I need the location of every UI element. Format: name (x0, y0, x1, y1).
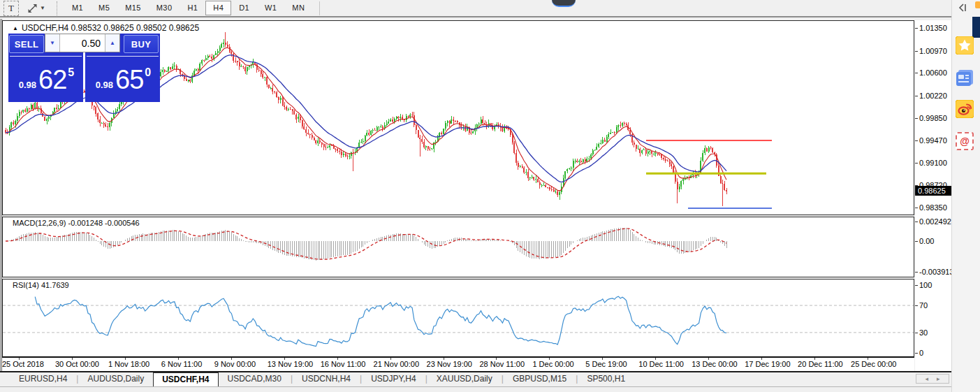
axis-tick-mark (915, 241, 918, 242)
divider (87, 56, 159, 57)
time-label: 25 Dec 00:00 (851, 360, 896, 368)
volume-spinner: ▼ ▲ (45, 34, 120, 52)
macd-tick-label: 0.002492 (919, 217, 951, 226)
macd-label: MACD(12,26,9) -0.001248 -0.000546 (13, 219, 140, 227)
at-mail-icon: @ (956, 132, 974, 150)
time-label: 1 Nov 18:00 (108, 360, 149, 368)
timeframe-button-MN[interactable]: MN (284, 1, 312, 15)
mt4-window: T ▼ M1M5M15M30H1H4D1W1MN ▲USDCHF,H4 0.98… (0, 0, 980, 392)
tab-eurusd-h4[interactable]: EURUSD,H4 (10, 372, 76, 386)
arrow-right-icon[interactable]: ▸ (937, 376, 940, 382)
axis-tick-mark (915, 285, 918, 286)
tab-usdcnh-h4[interactable]: USDCNH,H4 (293, 372, 360, 386)
browser-sidebar: @ (951, 0, 980, 392)
volume-decrease-button[interactable]: ▼ (45, 34, 60, 52)
top-toolbar: T ▼ M1M5M15M30H1H4D1W1MN (0, 0, 951, 17)
axis-tick-mark (915, 163, 918, 164)
buy-price-pip: 0 (145, 66, 151, 79)
rsi-canvas[interactable] (3, 280, 914, 356)
mail-button[interactable]: @ (956, 132, 974, 150)
time-label: 20 Dec 11:00 (798, 360, 843, 368)
one-click-trading-panel: SELL 0.98 62 5 BUY 0.98 65 0 ▼ (8, 34, 160, 102)
time-label: 23 Nov 19:00 (427, 360, 472, 368)
axis-tick-mark (915, 305, 918, 306)
arrow-objects-icon (27, 3, 38, 13)
axis-tick-mark (915, 353, 918, 354)
main-chart-panel[interactable]: ▲USDCHF,H4 0.98532 0.98625 0.98502 0.986… (2, 20, 914, 215)
sell-button[interactable]: SELL (9, 35, 44, 53)
rsi-chart[interactable] (3, 280, 914, 358)
tab-xauusd-daily[interactable]: XAUUSD,Daily (427, 372, 502, 386)
timeframe-button-M5[interactable]: M5 (91, 1, 117, 15)
buy-price: 0.98 65 0 (85, 57, 160, 102)
tab-usdcad-m30[interactable]: USDCAD,M30 (219, 372, 291, 386)
collapse-sidebar-button[interactable] (957, 3, 970, 13)
axis-tick-mark (915, 272, 918, 273)
volume-input[interactable] (60, 34, 105, 52)
tab-sp500-h1[interactable]: SP500,H1 (578, 372, 634, 386)
rsi-tick-label: 70 (919, 301, 928, 310)
price-tick-label: 1.00600 (919, 68, 947, 77)
tab-gbpusd-m15[interactable]: GBPUSD,M15 (504, 372, 576, 386)
time-label: 9 Nov 00:00 (214, 360, 256, 368)
timeframe-button-H1[interactable]: H1 (180, 1, 205, 15)
divider (10, 56, 82, 57)
price-axis[interactable]: 1.013501.009701.006001.002200.998500.994… (915, 20, 951, 371)
axis-tick-mark (915, 333, 918, 333)
time-label: 21 Nov 00:00 (374, 360, 419, 368)
text-tool-icon: T (8, 3, 14, 14)
favorites-button[interactable] (956, 36, 974, 55)
axis-tick-mark (915, 208, 918, 208)
time-label: 13 Dec 00:00 (692, 360, 737, 368)
axis-tick-mark (915, 222, 918, 222)
buy-button[interactable]: BUY (124, 35, 159, 53)
news-feed-icon (956, 68, 974, 87)
news-feed-button[interactable] (956, 68, 974, 87)
buy-price-big: 65 (115, 66, 143, 93)
time-label: 5 Dec 19:00 (585, 360, 627, 368)
timeframe-button-H4[interactable]: H4 (205, 1, 231, 15)
macd-tick-label: 0.00 (919, 237, 934, 245)
rsi-tick-label: 100 (919, 281, 932, 289)
price-tick-label: 1.00220 (919, 92, 947, 100)
weibo-button[interactable] (956, 100, 974, 118)
symbol-ohlc-label: ▲USDCHF,H4 0.98532 0.98625 0.98502 0.986… (13, 23, 199, 33)
macd-panel[interactable]: MACD(12,26,9) -0.001248 -0.000546 (2, 217, 914, 277)
axis-tick-mark (915, 96, 918, 96)
tab-audusd-daily[interactable]: AUDUSD,Daily (78, 372, 153, 386)
rsi-panel[interactable]: RSI(14) 41.7639 (2, 279, 914, 358)
macd-tick-label: -0.003913 (919, 268, 954, 276)
collapse-triangle-icon: ▲ (13, 25, 18, 31)
timeframe-button-D1[interactable]: D1 (231, 1, 257, 15)
time-axis[interactable]: 25 Oct 201830 Oct 00:001 Nov 18:006 Nov … (2, 358, 914, 371)
time-label: 1 Dec 00:00 (532, 360, 573, 368)
timeframe-button-M30[interactable]: M30 (149, 1, 180, 15)
volume-increase-button[interactable]: ▲ (105, 34, 119, 52)
time-label: 16 Nov 11:00 (321, 360, 366, 368)
weibo-eye-icon (956, 100, 974, 118)
timeframe-button-M1[interactable]: M1 (64, 1, 91, 15)
partial-icon (975, 1, 980, 8)
text-tool-button[interactable]: T (3, 1, 19, 16)
navy-edge-panel[interactable] (972, 17, 980, 38)
toolbar-grip[interactable] (57, 1, 58, 15)
time-label: 6 Nov 11:00 (161, 360, 203, 368)
axis-tick-mark (915, 73, 918, 73)
timeframe-toolbar: M1M5M15M30H1H4D1W1MN (64, 1, 312, 15)
price-tick-label: 1.01350 (919, 24, 947, 32)
time-label: 28 Nov 11:00 (479, 360, 525, 368)
rsi-tick-label: 0 (919, 349, 923, 357)
floating-browser-logo[interactable] (552, 0, 576, 7)
price-tick-label: 0.99470 (919, 136, 947, 145)
arrow-objects-button[interactable]: ▼ (24, 1, 48, 15)
timeframe-button-M15[interactable]: M15 (117, 1, 149, 15)
star-icon (956, 36, 974, 55)
arrow-left-icon[interactable]: ◂ (925, 376, 928, 382)
tab-usdchf-h4[interactable]: USDCHF,H4 (153, 372, 218, 387)
price-tick-label: 0.99100 (919, 159, 947, 167)
timeframe-button-W1[interactable]: W1 (257, 1, 284, 15)
sell-price-pip: 5 (68, 66, 74, 79)
tab-usdjpy-h4[interactable]: USDJPY,H4 (362, 372, 425, 386)
time-label: 30 Oct 00:00 (55, 360, 99, 368)
chevron-left-icon (957, 3, 968, 13)
